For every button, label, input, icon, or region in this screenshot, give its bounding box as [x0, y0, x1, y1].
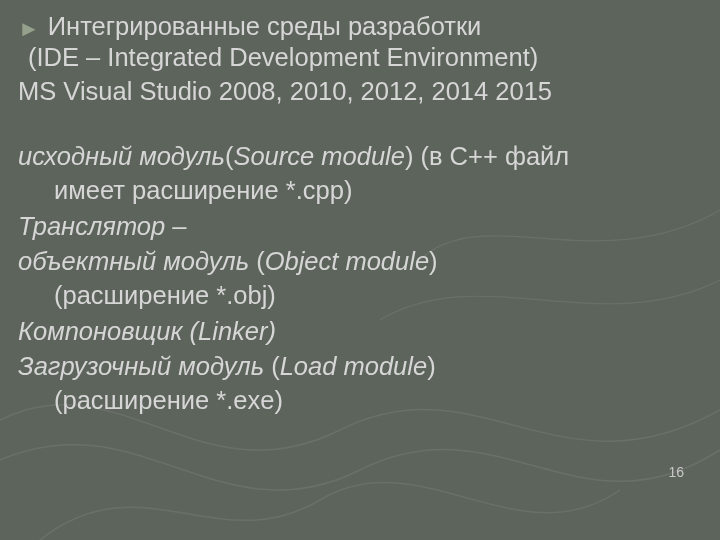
- para5-line1: Загрузочный модуль (Load module): [18, 350, 696, 384]
- para2: Транслятор –: [18, 210, 696, 244]
- para1-italic1: исходный модуль: [18, 142, 225, 170]
- spacer: [18, 108, 696, 140]
- text-line-3: MS Visual Studio 2008, 2010, 2012, 2014 …: [18, 75, 696, 109]
- bullet-icon: ►: [18, 18, 40, 40]
- para3-italic2: Object module: [265, 247, 429, 275]
- text-line-1: Интегрированные среды разработки: [48, 12, 482, 41]
- slide: ► Интегрированные среды разработки (IDE …: [0, 0, 720, 540]
- para1-line2: имеет расширение *.cpp): [18, 174, 696, 208]
- para5-line2: (расширение *.exe): [18, 384, 696, 418]
- bullet-line-1: ► Интегрированные среды разработки: [18, 12, 696, 41]
- para1-italic2: Source module: [233, 142, 405, 170]
- para5-plain2: ): [427, 352, 436, 380]
- para3-line2: (расширение *.obj): [18, 279, 696, 313]
- para1-plain2: ) (в С++ файл: [405, 142, 569, 170]
- para2-plain: –: [165, 212, 186, 240]
- para5-italic2: Load module: [280, 352, 427, 380]
- para5-plain1: (: [264, 352, 280, 380]
- text-line-2: (IDE – Integrated Development Environmen…: [18, 41, 696, 75]
- para2-italic: Транслятор: [18, 212, 165, 240]
- page-number: 16: [668, 464, 684, 480]
- para5-italic1: Загрузочный модуль: [18, 352, 264, 380]
- para3-italic1: объектный модуль: [18, 247, 249, 275]
- para3-plain1: (: [249, 247, 265, 275]
- slide-content: ► Интегрированные среды разработки (IDE …: [0, 0, 720, 418]
- para4: Компоновщик (Linker): [18, 315, 696, 349]
- para3-plain2: ): [429, 247, 438, 275]
- para1-line1: исходный модуль(Source module) (в С++ фа…: [18, 140, 696, 174]
- para3-line1: объектный модуль (Object module): [18, 245, 696, 279]
